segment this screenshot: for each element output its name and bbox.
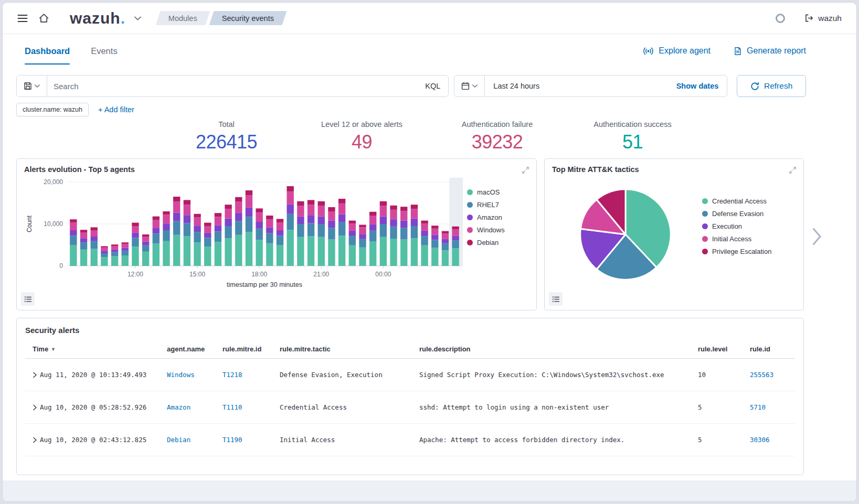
bar-segment-windows[interactable] [153, 220, 160, 228]
bar-segment-rhel7[interactable] [111, 252, 118, 256]
bar-segment-macos[interactable] [215, 242, 221, 266]
user-menu[interactable]: wazuh [804, 14, 846, 23]
bar-segment-debian[interactable] [287, 186, 294, 191]
bar-segment-rhel7[interactable] [142, 245, 149, 252]
bar-segment-windows[interactable] [132, 226, 139, 233]
bar-segment-debian[interactable] [277, 219, 283, 222]
bar-segment-amazon[interactable] [369, 224, 376, 231]
bar-segment-macos[interactable] [142, 252, 149, 266]
column-header-rule-mitre-id[interactable]: rule.mitre.id [222, 345, 280, 353]
bar-segment-rhel7[interactable] [400, 228, 407, 239]
bar-segment-rhel7[interactable] [380, 224, 387, 237]
bar-segment-rhel7[interactable] [246, 217, 252, 232]
bar-segment-amazon[interactable] [328, 221, 335, 228]
bar-segment-rhel7[interactable] [328, 228, 335, 239]
bar-segment-windows[interactable] [101, 248, 108, 251]
bar-segment-macos[interactable] [411, 238, 418, 266]
bar-segment-macos[interactable] [297, 237, 304, 266]
bar-segment-macos[interactable] [369, 242, 376, 266]
bar-segment-windows[interactable] [359, 227, 366, 234]
bar-segment-amazon[interactable] [421, 231, 428, 236]
bar-segment-macos[interactable] [359, 248, 366, 266]
bar-segment-rhel7[interactable] [204, 238, 211, 246]
bar-segment-rhel7[interactable] [421, 236, 428, 245]
cell-agent-name[interactable]: Windows [167, 371, 222, 379]
bar-segment-macos[interactable] [318, 237, 325, 266]
bar-segment-amazon[interactable] [225, 219, 231, 226]
bar-segment-debian[interactable] [328, 207, 335, 211]
expand-row-button[interactable] [25, 437, 40, 443]
cell-agent-name[interactable]: Debian [167, 436, 222, 444]
bar-segment-macos[interactable] [122, 255, 129, 266]
bar-segment-windows[interactable] [80, 232, 87, 238]
bar-segment-amazon[interactable] [359, 234, 366, 239]
bar-segment-amazon[interactable] [256, 222, 262, 229]
bar-segment-macos[interactable] [246, 232, 252, 266]
breadcrumb-modules[interactable]: Modules [156, 11, 210, 25]
stat-value-auth-failure[interactable]: 39232 [430, 131, 565, 153]
bar-segment-rhel7[interactable] [80, 242, 87, 250]
bar-segment-windows[interactable] [111, 246, 118, 249]
calendar-button[interactable] [454, 76, 485, 96]
legend-item-debian[interactable]: Debian [467, 239, 528, 246]
bar-segment-windows[interactable] [225, 209, 231, 218]
legend-item-rhel7[interactable]: RHEL7 [467, 201, 528, 209]
bar-segment-macos[interactable] [421, 245, 428, 266]
bar-segment-macos[interactable] [400, 240, 407, 266]
bar-segment-debian[interactable] [215, 213, 221, 217]
bar-segment-rhel7[interactable] [70, 235, 77, 245]
bar-segment-amazon[interactable] [132, 233, 139, 238]
alerts-panel-options-button[interactable] [21, 292, 35, 306]
bar-segment-amazon[interactable] [452, 235, 459, 240]
bar-segment-rhel7[interactable] [101, 253, 108, 257]
bar-segment-windows[interactable] [421, 223, 428, 231]
bar-segment-rhel7[interactable] [297, 224, 304, 237]
bar-segment-amazon[interactable] [70, 230, 77, 235]
bar-segment-windows[interactable] [452, 229, 459, 235]
bar-segment-macos[interactable] [194, 242, 200, 266]
cell-agent-name[interactable]: Amazon [167, 403, 222, 411]
bar-segment-amazon[interactable] [91, 237, 98, 241]
bar-segment-windows[interactable] [328, 211, 335, 221]
bar-segment-windows[interactable] [431, 229, 438, 235]
bar-segment-rhel7[interactable] [184, 223, 190, 236]
bar-segment-rhel7[interactable] [390, 227, 397, 239]
bar-segment-amazon[interactable] [122, 248, 129, 251]
bar-segment-rhel7[interactable] [287, 214, 294, 230]
bar-segment-debian[interactable] [80, 230, 87, 232]
bar-segment-debian[interactable] [390, 206, 397, 210]
bar-segment-amazon[interactable] [194, 226, 200, 232]
search-input[interactable] [47, 76, 417, 96]
bar-segment-amazon[interactable] [431, 235, 438, 240]
bar-segment-rhel7[interactable] [307, 223, 314, 236]
bar-segment-debian[interactable] [431, 226, 438, 229]
bar-segment-windows[interactable] [215, 217, 221, 225]
bar-segment-macos[interactable] [256, 240, 262, 266]
cell-rule-id[interactable]: 5710 [750, 403, 795, 411]
expand-row-button[interactable] [25, 372, 40, 378]
bar-segment-rhel7[interactable] [256, 229, 262, 240]
bar-segment-macos[interactable] [349, 245, 356, 266]
bar-segment-macos[interactable] [452, 248, 459, 266]
bar-segment-macos[interactable] [287, 230, 294, 266]
legend-item-initial-access[interactable]: Initial Access [702, 235, 771, 243]
home-button[interactable] [33, 8, 54, 29]
bar-segment-rhel7[interactable] [359, 239, 366, 248]
bar-segment-debian[interactable] [359, 225, 366, 228]
bar-segment-windows[interactable] [256, 212, 262, 222]
stat-value-auth-success[interactable]: 51 [565, 131, 701, 153]
bar-segment-amazon[interactable] [338, 215, 345, 222]
bar-segment-debian[interactable] [91, 227, 98, 230]
bar-segment-macos[interactable] [338, 235, 345, 266]
bar-segment-debian[interactable] [142, 234, 149, 237]
next-panels-button[interactable] [812, 228, 822, 247]
bar-segment-debian[interactable] [307, 200, 314, 205]
bar-segment-amazon[interactable] [142, 242, 149, 245]
bar-segment-macos[interactable] [204, 246, 211, 266]
cell-rule-mitre-id[interactable]: T1190 [222, 436, 280, 444]
bar-segment-debian[interactable] [235, 197, 242, 202]
bar-segment-macos[interactable] [91, 249, 98, 266]
add-filter-button[interactable]: + Add filter [98, 105, 134, 114]
bar-segment-macos[interactable] [163, 241, 169, 266]
bar-segment-debian[interactable] [452, 227, 459, 230]
